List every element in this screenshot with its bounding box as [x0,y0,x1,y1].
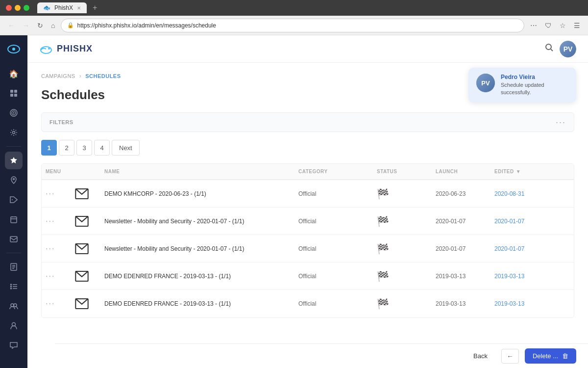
sidebar-item-targets[interactable] [5,104,23,122]
sidebar-item-settings[interactable] [5,124,23,141]
svg-point-21 [41,47,51,53]
top-bar-left: PHISHX [39,42,93,56]
table-row: ··· DEMO KMHCORP - 2020-06-23 - (1/1) Of… [42,180,574,208]
sidebar-item-teams[interactable] [5,297,23,315]
top-bar-right: PV [545,41,576,57]
header-launch: LAUNCH [432,169,490,174]
svg-point-17 [11,288,12,289]
svg-point-8 [13,112,15,114]
sidebar-item-schedule[interactable] [5,210,23,228]
row-launch: 2019-03-13 [432,273,490,280]
row-menu-dots[interactable]: ··· [46,244,55,253]
sidebar-item-home[interactable]: 🏠 [5,65,23,82]
row-menu[interactable]: ··· [42,272,71,281]
svg-point-16 [11,286,12,287]
back-nav-button[interactable]: ← [6,20,17,31]
toast-avatar: PV [476,74,495,92]
phishx-logo: PHISHX [39,42,93,56]
sidebar-item-locations[interactable] [5,171,23,189]
bottom-bar: Back ← Delete ... 🗑 [55,343,588,368]
svg-point-19 [14,304,17,307]
back-button[interactable]: Back [466,348,495,364]
sidebar-item-support[interactable] [5,337,23,354]
address-bar[interactable]: 🔒 https://phishx.phishx.io/admin/en/mess… [61,19,524,32]
close-dot[interactable] [6,5,12,11]
maximize-dot[interactable] [24,5,29,11]
extensions-button[interactable]: 🛡 [543,20,554,31]
row-icon [71,216,100,227]
row-edited[interactable]: 2019-03-13 [490,300,559,307]
sidebar-item-reports[interactable] [5,258,23,276]
row-edited[interactable]: 2020-08-31 [490,190,559,197]
row-status: 🏁 [373,243,432,255]
bookmark-icon[interactable]: ☆ [558,20,568,31]
row-menu[interactable]: ··· [42,244,71,253]
row-menu[interactable]: ··· [42,299,71,308]
flag-icon: 🏁 [377,270,389,282]
table-row: ··· DEMO EDENRED FRANCE - 2019-03-13 - (… [42,263,574,290]
toast-avatar-image: PV [476,74,495,92]
row-menu-dots[interactable]: ··· [46,272,55,281]
envelope-icon [75,271,89,282]
search-button[interactable] [545,43,554,54]
svg-rect-5 [14,94,17,97]
header-edited: EDITED ▼ [490,169,559,174]
menu-button[interactable]: ☰ [572,20,582,31]
home-button[interactable]: ⌂ [49,20,57,31]
minimize-dot[interactable] [15,5,21,11]
toast-user-name: Pedro Vieira [501,74,568,80]
page-2-button[interactable]: 2 [59,140,74,156]
row-category: Official [294,245,373,252]
svg-point-22 [48,48,50,50]
breadcrumb-parent[interactable]: CAMPAIGNS [41,73,75,79]
sidebar-item-campaigns[interactable] [5,152,23,169]
delete-button-label: Delete ... [533,352,558,360]
row-icon [71,243,100,254]
svg-point-18 [11,304,14,307]
flag-icon: 🏁 [377,188,389,200]
flag-icon: 🏁 [377,243,389,255]
page-4-button[interactable]: 4 [94,140,110,156]
sidebar-item-list[interactable] [5,278,23,295]
row-menu-dots[interactable]: ··· [46,189,55,198]
row-edited[interactable]: 2020-01-07 [490,245,559,252]
top-bar: PHISHX PV [27,35,588,63]
page-3-button[interactable]: 3 [76,140,92,156]
tab-close-icon[interactable]: ✕ [77,5,81,11]
user-avatar[interactable]: PV [560,41,576,57]
sidebar-item-messages[interactable] [5,230,23,248]
table-row: ··· Newsletter - Mobility and Security -… [42,208,574,235]
row-menu[interactable]: ··· [42,217,71,226]
bookmarks-button[interactable]: ⋯ [528,20,539,31]
row-menu[interactable]: ··· [42,189,71,198]
row-category: Official [294,218,373,225]
sidebar-item-dashboard[interactable] [5,84,23,102]
row-name: DEMO EDENRED FRANCE - 2019-03-13 - (1/1) [100,300,294,307]
window-controls [6,5,29,11]
svg-point-1 [12,48,15,51]
content-area: PV Pedro Vieira Schedule updated success… [27,63,588,328]
browser-tab[interactable]: 🐟 PhishX ✕ [37,2,87,13]
page-1-button[interactable]: 1 [41,140,57,156]
nav-prev-button[interactable]: ← [501,349,519,364]
sidebar-item-users[interactable] [5,317,23,335]
sidebar: 🏠 [0,35,27,368]
sidebar-item-tags[interactable] [5,191,23,209]
logo-text: PHISHX [57,44,93,54]
row-menu-dots[interactable]: ··· [46,299,55,308]
svg-point-11 [12,199,13,200]
forward-nav-button[interactable]: → [21,20,31,31]
filters-more-button[interactable]: ··· [556,118,566,127]
row-menu-dots[interactable]: ··· [46,217,55,226]
app-layout: 🏠 [0,35,588,368]
new-tab-icon[interactable]: + [93,3,97,12]
next-page-button[interactable]: Next [112,140,140,156]
svg-rect-4 [10,94,13,97]
delete-button[interactable]: Delete ... 🗑 [525,348,576,364]
row-edited[interactable]: 2019-03-13 [490,273,559,280]
tab-favicon: 🐟 [43,4,50,11]
filters-bar: FILTERS ··· [41,112,574,132]
refresh-button[interactable]: ↻ [35,20,45,31]
envelope-icon [75,243,89,254]
row-edited[interactable]: 2020-01-07 [490,218,559,225]
